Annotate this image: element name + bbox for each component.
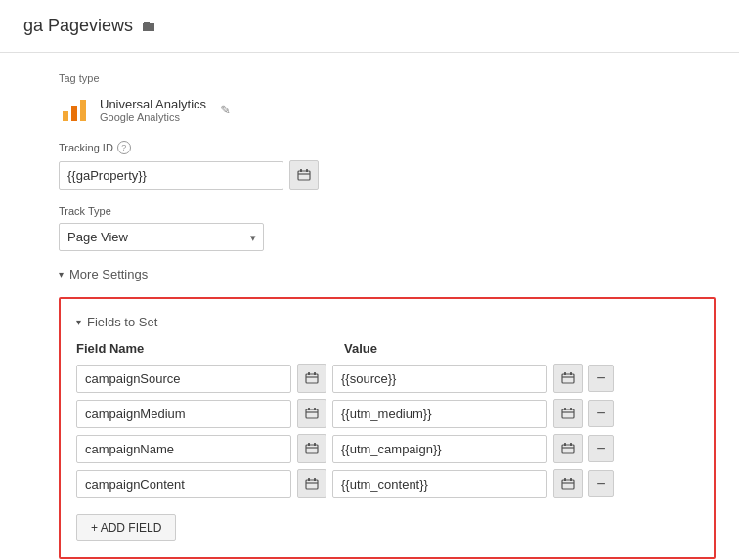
fields-to-set-box: ▾ Fields to Set Field Name Value bbox=[59, 297, 716, 559]
svg-rect-29 bbox=[570, 443, 572, 446]
svg-rect-20 bbox=[564, 408, 566, 410]
field-value-picker-1[interactable] bbox=[553, 399, 583, 428]
tag-type-label: Tag type bbox=[59, 72, 716, 84]
svg-rect-0 bbox=[63, 111, 68, 121]
field-value-picker-2[interactable] bbox=[553, 434, 583, 463]
field-name-input-1[interactable] bbox=[76, 400, 291, 428]
field-name-input-0[interactable] bbox=[76, 365, 291, 393]
svg-rect-25 bbox=[314, 443, 316, 446]
remove-row-button-3[interactable]: − bbox=[588, 470, 614, 497]
fields-to-set-label: Fields to Set bbox=[87, 315, 157, 329]
field-name-input-2[interactable] bbox=[76, 435, 291, 463]
svg-rect-8 bbox=[308, 372, 310, 375]
universal-analytics-icon bbox=[59, 94, 90, 125]
more-settings-toggle[interactable]: ▾ More Settings bbox=[59, 267, 716, 281]
tracking-id-input[interactable] bbox=[59, 161, 283, 190]
field-name-picker-3[interactable] bbox=[297, 469, 326, 498]
track-type-wrapper: Page View ▾ bbox=[59, 223, 264, 251]
folder-icon[interactable]: 🖿 bbox=[141, 18, 156, 35]
track-type-section: Track Type Page View ▾ bbox=[59, 205, 716, 251]
track-type-select[interactable]: Page View bbox=[59, 223, 264, 251]
field-value-picker-3[interactable] bbox=[553, 469, 583, 498]
table-row: − bbox=[76, 364, 698, 393]
tracking-id-row bbox=[59, 160, 716, 190]
svg-rect-37 bbox=[570, 478, 572, 481]
tracking-id-picker-button[interactable] bbox=[289, 160, 319, 190]
track-type-label: Track Type bbox=[59, 205, 716, 217]
svg-rect-2 bbox=[80, 100, 86, 121]
field-name-picker-2[interactable] bbox=[297, 434, 326, 463]
fields-chevron-icon: ▾ bbox=[76, 317, 81, 327]
svg-rect-19 bbox=[562, 409, 574, 418]
svg-rect-27 bbox=[562, 445, 574, 453]
svg-rect-24 bbox=[308, 443, 310, 446]
table-row: − bbox=[76, 399, 698, 428]
col-header-value: Value bbox=[344, 341, 377, 356]
field-value-input-3[interactable] bbox=[332, 470, 547, 498]
svg-rect-32 bbox=[308, 478, 310, 481]
field-name-picker-0[interactable] bbox=[297, 364, 326, 393]
more-settings-label: More Settings bbox=[69, 267, 148, 281]
field-value-input-2[interactable] bbox=[332, 435, 547, 463]
tracking-id-label: Tracking ID ? bbox=[59, 141, 716, 154]
svg-rect-35 bbox=[562, 480, 574, 489]
field-value-input-0[interactable] bbox=[332, 365, 547, 393]
svg-rect-23 bbox=[306, 445, 318, 453]
svg-rect-28 bbox=[564, 443, 566, 446]
col-header-field-name: Field Name bbox=[76, 341, 301, 356]
tracking-id-help-icon[interactable]: ? bbox=[117, 141, 131, 154]
svg-rect-4 bbox=[300, 169, 302, 172]
add-field-button[interactable]: + ADD FIELD bbox=[76, 514, 176, 541]
svg-rect-7 bbox=[306, 374, 318, 383]
tag-name: Universal Analytics bbox=[100, 97, 206, 111]
tag-sub: Google Analytics bbox=[100, 111, 206, 123]
svg-rect-13 bbox=[570, 372, 572, 375]
edit-icon[interactable]: ✎ bbox=[220, 103, 231, 117]
remove-row-button-0[interactable]: − bbox=[588, 365, 614, 392]
svg-rect-12 bbox=[564, 372, 566, 375]
svg-rect-36 bbox=[564, 478, 566, 481]
svg-rect-5 bbox=[306, 169, 308, 172]
field-value-input-1[interactable] bbox=[332, 400, 547, 428]
svg-rect-33 bbox=[314, 478, 316, 481]
svg-rect-17 bbox=[314, 408, 316, 410]
tracking-id-section: Tracking ID ? bbox=[59, 141, 716, 190]
field-name-input-3[interactable] bbox=[76, 470, 291, 498]
more-settings-chevron: ▾ bbox=[59, 269, 64, 280]
tag-type-section: Tag type Universal Analytics Google Anal… bbox=[59, 72, 716, 125]
svg-rect-31 bbox=[306, 480, 318, 489]
table-row: − bbox=[76, 434, 698, 463]
svg-rect-21 bbox=[570, 408, 572, 410]
page-title: ga Pageviews bbox=[23, 16, 133, 36]
fields-columns-header: Field Name Value bbox=[76, 341, 698, 356]
field-value-picker-0[interactable] bbox=[553, 364, 583, 393]
fields-to-set-header[interactable]: ▾ Fields to Set bbox=[76, 315, 698, 329]
svg-rect-16 bbox=[308, 408, 310, 410]
table-row: − bbox=[76, 469, 698, 498]
remove-row-button-2[interactable]: − bbox=[588, 435, 614, 462]
svg-rect-1 bbox=[71, 106, 77, 121]
field-name-picker-1[interactable] bbox=[297, 399, 326, 428]
svg-rect-11 bbox=[562, 374, 574, 383]
remove-row-button-1[interactable]: − bbox=[588, 400, 614, 427]
svg-rect-9 bbox=[314, 372, 316, 375]
tag-type-card: Universal Analytics Google Analytics ✎ bbox=[59, 94, 716, 125]
tag-info: Universal Analytics Google Analytics bbox=[100, 97, 206, 123]
svg-rect-3 bbox=[298, 171, 310, 180]
svg-rect-15 bbox=[306, 409, 318, 418]
